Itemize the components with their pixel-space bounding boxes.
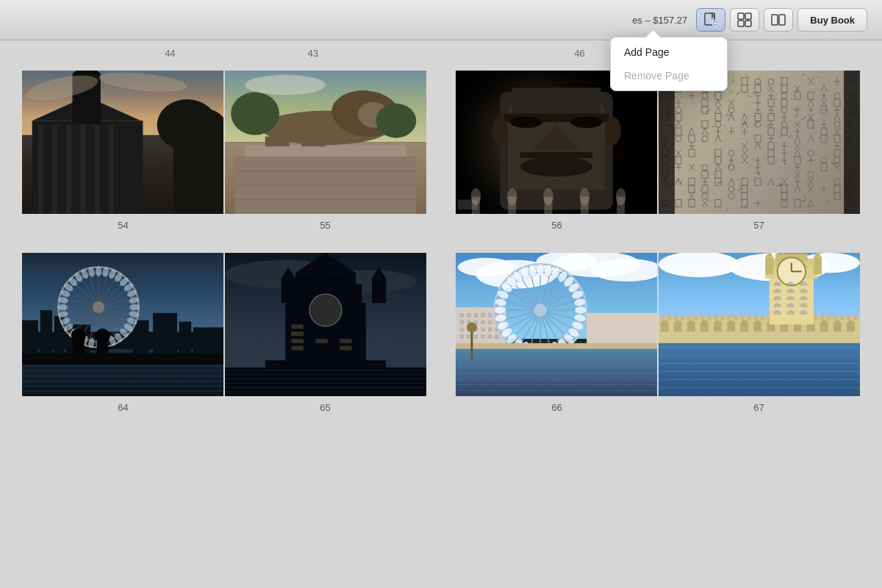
page-55-image[interactable] <box>225 71 426 214</box>
page-64-image[interactable] <box>22 253 223 396</box>
page-66-label: 66 <box>551 402 562 413</box>
svg-rect-9 <box>738 21 744 26</box>
buy-book-label: Buy Book <box>810 15 855 26</box>
price-text: es – $157.27 <box>632 15 687 26</box>
page-57-image[interactable] <box>659 71 860 214</box>
page-67-image[interactable] <box>659 253 860 396</box>
top-page-numbers-left: 44 43 <box>165 48 318 59</box>
moai-canvas <box>456 71 657 214</box>
page-54-label: 54 <box>118 220 128 231</box>
trafalgar-left-canvas <box>22 71 223 214</box>
spread-64-65: 64 65 <box>22 253 426 413</box>
top-page-num-44: 44 <box>165 48 175 59</box>
grid-view-icon <box>736 12 753 28</box>
svg-rect-7 <box>738 13 744 19</box>
spread-54-55: 54 55 <box>22 71 426 231</box>
top-page-numbers-right: 46 <box>574 48 584 59</box>
page-dropdown-menu: Add Page Remove Page <box>610 37 728 91</box>
top-page-numbers-row: 44 43 46 <box>22 40 860 63</box>
svg-rect-11 <box>772 15 778 25</box>
add-page-menu-item[interactable]: Add Page <box>611 40 727 64</box>
page-55-label: 55 <box>320 220 330 231</box>
spread-54-55-labels: 54 55 <box>22 220 426 231</box>
top-page-num-46: 46 <box>574 48 584 59</box>
spread-66-67: 66 67 <box>456 253 860 413</box>
toolbar: es – $157.27 Buy Book <box>0 0 882 40</box>
page-66-image[interactable] <box>456 253 657 396</box>
spread-54-55-images[interactable] <box>22 71 426 214</box>
page-67-label: 67 <box>753 402 764 413</box>
remove-page-menu-item[interactable]: Remove Page <box>611 64 727 87</box>
spread-56-57-labels: 56 57 <box>456 220 860 231</box>
spread-56-57-images[interactable] <box>456 71 860 214</box>
london-eye-bright-canvas <box>456 253 657 396</box>
page-64-label: 64 <box>118 402 128 413</box>
svg-rect-8 <box>745 13 751 19</box>
page-65-label: 65 <box>320 402 330 413</box>
page-56-label: 56 <box>551 220 562 231</box>
page-57-label: 57 <box>753 220 764 231</box>
spread-66-67-images[interactable] <box>456 253 860 396</box>
spread-64-65-labels: 64 65 <box>22 402 426 413</box>
top-page-num-43: 43 <box>308 48 318 59</box>
spread-66-67-labels: 66 67 <box>456 402 860 413</box>
page-54-image[interactable] <box>22 71 223 214</box>
trafalgar-right-canvas <box>225 71 426 214</box>
spread-view-icon <box>770 12 786 28</box>
spreads-grid: 54 55 56 57 <box>22 63 860 413</box>
page-56-image[interactable] <box>456 71 657 214</box>
svg-rect-10 <box>745 21 751 26</box>
page-65-image[interactable] <box>225 253 426 396</box>
add-page-button[interactable] <box>696 8 725 32</box>
view-toggle-button-2[interactable] <box>764 8 793 32</box>
spread-56-57: 56 57 <box>456 71 860 231</box>
view-toggle-button-1[interactable] <box>730 8 759 32</box>
london-eye-dark-canvas <box>22 253 223 396</box>
svg-rect-12 <box>779 15 785 25</box>
buy-book-button[interactable]: Buy Book <box>797 8 867 32</box>
stone-canvas <box>659 71 860 214</box>
bigben-dark-canvas <box>225 253 426 396</box>
bigben-bright-canvas <box>659 253 860 396</box>
main-content: 44 43 46 54 55 <box>0 40 882 588</box>
spread-64-65-images[interactable] <box>22 253 426 396</box>
add-page-icon <box>703 12 719 28</box>
